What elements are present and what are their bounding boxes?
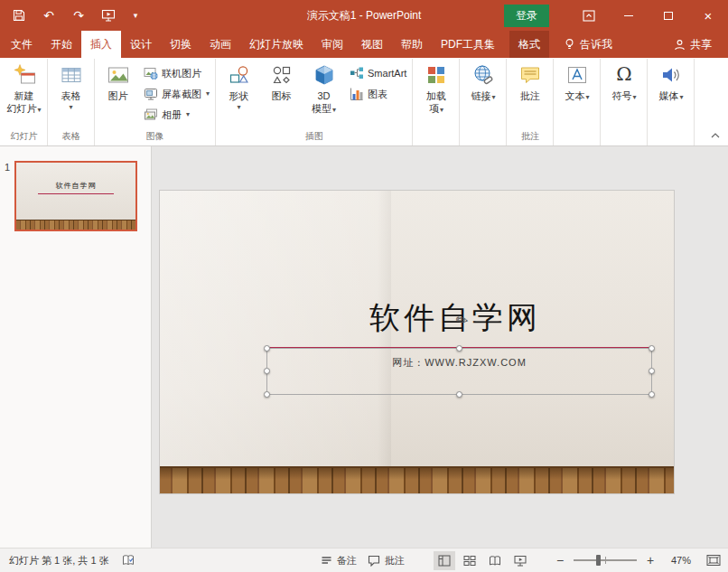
group-label-slides: 幻灯片 bbox=[3, 129, 45, 145]
normal-view-button[interactable] bbox=[434, 551, 455, 570]
dropdown-icon: ▾ bbox=[332, 107, 336, 114]
online-pictures-button[interactable]: 联机图片 bbox=[139, 63, 213, 83]
resize-handle-middle-left[interactable] bbox=[264, 368, 270, 374]
reading-view-button[interactable] bbox=[484, 551, 506, 570]
group-label-images: 图像 bbox=[97, 129, 213, 145]
tab-animations[interactable]: 动画 bbox=[201, 31, 240, 58]
thumbnail-title-text: 软件自学网 bbox=[16, 181, 135, 191]
smartart-button[interactable]: SmartArt bbox=[345, 63, 410, 83]
shapes-button[interactable]: 形状 ▾ bbox=[218, 60, 260, 112]
save-icon[interactable] bbox=[11, 7, 27, 23]
tab-design[interactable]: 设计 bbox=[121, 31, 161, 58]
tab-insert[interactable]: 插入 bbox=[81, 31, 121, 58]
tab-review[interactable]: 审阅 bbox=[313, 31, 352, 58]
dropdown-icon: ▾ bbox=[491, 94, 495, 101]
quick-access-toolbar: ↶ ↷ ▾ bbox=[0, 7, 141, 23]
zoom-out-button[interactable]: − bbox=[555, 553, 565, 567]
tell-me-button[interactable]: 告诉我 bbox=[555, 31, 621, 58]
zoom-percent-label[interactable]: 47% bbox=[664, 555, 691, 566]
table-button[interactable]: 表格 ▾ bbox=[50, 60, 92, 112]
slideshow-view-button[interactable] bbox=[509, 551, 531, 570]
tab-pdf-tools[interactable]: PDF工具集 bbox=[432, 31, 504, 58]
dropdown-icon: ▾ bbox=[440, 107, 443, 114]
ribbon-group-tables: 表格 ▾ 表格 bbox=[48, 59, 95, 145]
photo-album-icon bbox=[143, 108, 158, 122]
maximize-button[interactable] bbox=[649, 0, 688, 31]
wall-highlight bbox=[160, 191, 391, 466]
spell-check-icon[interactable] bbox=[122, 554, 135, 567]
photo-album-button[interactable]: 相册 ▾ bbox=[139, 105, 213, 125]
picture-button[interactable]: 图片 bbox=[97, 60, 139, 102]
main-area: 1 软件自学网 软件自学网 ✎ 网址：WWW.RJZXW.COM bbox=[0, 146, 728, 548]
fit-slide-to-window-button[interactable] bbox=[706, 554, 721, 567]
undo-icon[interactable]: ↶ bbox=[41, 7, 57, 23]
slide-editing-area[interactable]: 软件自学网 ✎ 网址：WWW.RJZXW.COM bbox=[160, 191, 674, 493]
resize-handle-bottom-left[interactable] bbox=[264, 391, 270, 398]
link-button[interactable]: 链接▾ bbox=[462, 60, 504, 102]
resize-handle-top-left[interactable] bbox=[264, 345, 270, 352]
tab-file[interactable]: 文件 bbox=[2, 31, 42, 58]
notes-button[interactable]: 备注 bbox=[315, 549, 362, 572]
shapes-icon bbox=[227, 62, 252, 88]
url-text[interactable]: 网址：WWW.RJZXW.COM bbox=[267, 349, 651, 370]
statusbar: 幻灯片 第 1 张, 共 1 张 备注 批注 bbox=[0, 548, 728, 572]
start-slideshow-icon[interactable] bbox=[100, 7, 117, 23]
screenshot-icon bbox=[143, 87, 158, 101]
slide-sorter-view-button[interactable] bbox=[459, 551, 481, 570]
slide-number-label: 1 bbox=[0, 161, 14, 173]
resize-handle-top-middle[interactable] bbox=[456, 345, 462, 352]
login-button[interactable]: 登录 bbox=[504, 5, 549, 27]
chart-button[interactable]: 图表 bbox=[345, 84, 410, 104]
dropdown-icon: ▾ bbox=[679, 94, 683, 101]
slide-thumbnail[interactable]: 软件自学网 bbox=[14, 161, 137, 231]
qat-customize-icon[interactable]: ▾ bbox=[130, 7, 141, 23]
thumbnail-wood-floor bbox=[16, 220, 135, 230]
new-slide-icon bbox=[12, 62, 37, 88]
zoom-in-button[interactable]: + bbox=[645, 553, 656, 567]
zoom-slider-thumb[interactable] bbox=[596, 555, 601, 566]
comment-button[interactable]: 批注 bbox=[509, 60, 551, 102]
comments-button[interactable]: 批注 bbox=[362, 549, 410, 572]
tab-format[interactable]: 格式 bbox=[509, 31, 549, 58]
speaker-icon bbox=[658, 62, 684, 88]
resize-handle-top-right[interactable] bbox=[649, 345, 655, 352]
resize-handle-middle-right[interactable] bbox=[649, 368, 655, 374]
new-slide-button[interactable]: 新建 幻灯片▾ bbox=[3, 60, 45, 116]
tell-me-label: 告诉我 bbox=[580, 37, 612, 52]
addins-button[interactable]: 加载 项▾ bbox=[415, 60, 457, 116]
text-box-icon bbox=[565, 62, 590, 88]
close-button[interactable]: × bbox=[688, 0, 728, 31]
resize-handle-bottom-right[interactable] bbox=[649, 391, 655, 398]
minimize-button[interactable] bbox=[609, 0, 649, 31]
resize-handle-bottom-middle[interactable] bbox=[456, 391, 462, 398]
slide-info-label[interactable]: 幻灯片 第 1 张, 共 1 张 bbox=[9, 554, 109, 567]
collapse-ribbon-icon[interactable] bbox=[708, 129, 723, 142]
tab-view[interactable]: 视图 bbox=[352, 31, 392, 58]
zoom-slider[interactable] bbox=[574, 559, 637, 561]
symbol-button[interactable]: Ω 符号▾ bbox=[602, 60, 645, 102]
screenshot-button[interactable]: 屏幕截图 ▾ bbox=[139, 84, 213, 104]
slide-canvas[interactable]: 软件自学网 ✎ 网址：WWW.RJZXW.COM bbox=[152, 146, 728, 548]
ribbon-group-comments: 批注 批注 bbox=[507, 59, 554, 145]
table-icon bbox=[59, 62, 84, 88]
tab-slideshow[interactable]: 幻灯片放映 bbox=[240, 31, 313, 58]
smartart-icon bbox=[349, 66, 364, 80]
redo-icon[interactable]: ↷ bbox=[70, 7, 87, 23]
chart-icon bbox=[349, 87, 364, 101]
tab-home[interactable]: 开始 bbox=[42, 31, 81, 58]
text-button[interactable]: 文本▾ bbox=[555, 60, 598, 102]
icons-button[interactable]: 图标 bbox=[260, 60, 303, 102]
ribbon-group-links: 链接▾ bbox=[460, 59, 507, 145]
slide-thumbnail-panel: 1 软件自学网 bbox=[0, 146, 152, 548]
addins-icon bbox=[424, 62, 449, 88]
ribbon-group-illustrations: 形状 ▾ 图标 3D 模型▾ bbox=[216, 59, 413, 145]
ribbon-display-options-icon[interactable] bbox=[569, 0, 609, 31]
media-button[interactable]: 媒体▾ bbox=[649, 60, 692, 102]
tab-help[interactable]: 帮助 bbox=[392, 31, 432, 58]
share-button[interactable]: 共享 bbox=[665, 31, 721, 58]
3d-models-button[interactable]: 3D 模型▾ bbox=[303, 60, 345, 116]
dropdown-icon: ▾ bbox=[206, 90, 210, 98]
ribbon-group-addins: 加载 项▾ bbox=[413, 59, 460, 145]
selected-textbox[interactable]: 网址：WWW.RJZXW.COM bbox=[266, 348, 652, 395]
tab-transitions[interactable]: 切换 bbox=[161, 31, 201, 58]
